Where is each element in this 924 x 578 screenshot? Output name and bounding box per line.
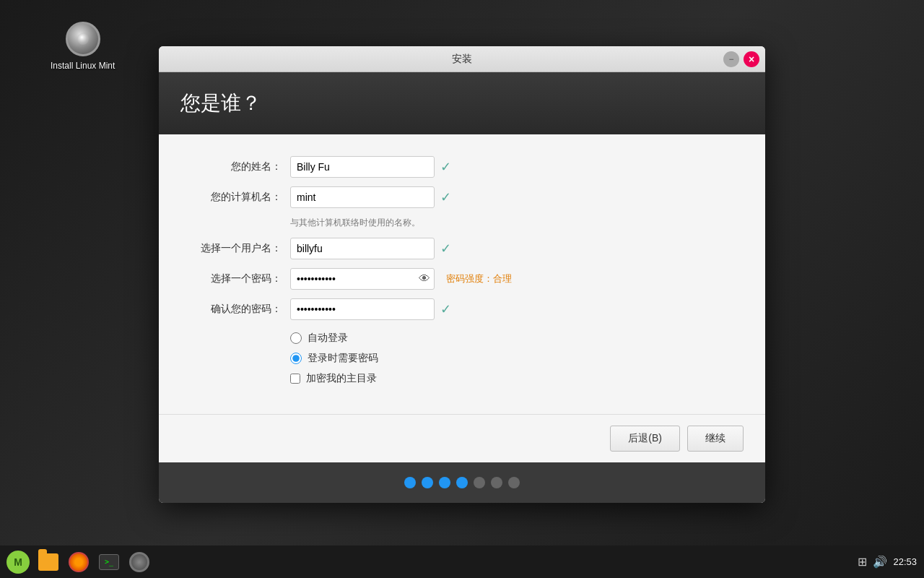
desktop: Install Linux Mint 安装 − × 您是谁？ 您的姓名：: [0, 0, 924, 578]
confirm-password-row: 确认您的密码： ✓: [188, 298, 736, 320]
username-input-wrapper: ✓: [290, 238, 451, 259]
volume-icon: 🔊: [873, 555, 887, 569]
titlebar-controls: − ×: [723, 51, 759, 67]
taskbar-files-button[interactable]: [34, 548, 63, 577]
require-password-row: 登录时需要密码: [290, 352, 736, 365]
taskbar-media-button[interactable]: [125, 548, 154, 577]
titlebar: 安装 − ×: [159, 46, 765, 72]
encrypt-label[interactable]: 加密我的主目录: [306, 372, 377, 385]
computer-input-wrapper: ✓: [290, 186, 451, 208]
terminal-icon: >_: [99, 554, 119, 570]
close-button[interactable]: ×: [744, 51, 759, 67]
confirm-check-icon: ✓: [440, 301, 451, 317]
clock: 22:53: [893, 556, 917, 567]
confirm-label: 确认您的密码：: [188, 303, 282, 316]
taskbar-terminal-button[interactable]: >_: [95, 548, 123, 577]
progress-dot-5: [474, 477, 485, 488]
password-input[interactable]: [290, 268, 435, 290]
modal-overlay: 安装 − × 您是谁？ 您的姓名： ✓: [0, 0, 924, 578]
taskbar-left: M >_: [0, 548, 154, 577]
computer-hint: 与其他计算机联络时使用的名称。: [290, 217, 736, 229]
name-check-icon: ✓: [440, 159, 451, 175]
password-input-wrapper: 👁 密码强度：合理: [290, 268, 512, 290]
require-password-radio[interactable]: [290, 353, 302, 364]
progress-dot-3: [439, 477, 450, 488]
firefox-icon: [69, 552, 89, 572]
progress-dot-1: [404, 477, 416, 488]
password-strength-label: 密码强度：合理: [446, 272, 512, 285]
username-row: 选择一个用户名： ✓: [188, 238, 736, 259]
computer-input[interactable]: [290, 186, 435, 208]
confirm-input[interactable]: [290, 298, 435, 320]
window-footer: 后退(B) 继续: [159, 414, 765, 462]
taskbar-mint-button[interactable]: M: [4, 548, 32, 577]
name-input-wrapper: ✓: [290, 156, 451, 178]
password-row: 选择一个密码： 👁 密码强度：合理: [188, 268, 736, 290]
minimize-button[interactable]: −: [723, 51, 739, 67]
taskbar-firefox-button[interactable]: [64, 548, 93, 577]
taskbar-right: ⊞ 🔊 22:53: [858, 555, 924, 569]
password-label: 选择一个密码：: [188, 272, 282, 285]
titlebar-title: 安装: [452, 53, 472, 66]
name-row: 您的姓名： ✓: [188, 156, 736, 178]
login-options: 自动登录 登录时需要密码 加密我的主目录: [290, 332, 736, 385]
network-icon: ⊞: [858, 555, 867, 569]
username-check-icon: ✓: [440, 241, 451, 256]
back-button[interactable]: 后退(B): [610, 426, 680, 452]
confirm-input-wrapper: ✓: [290, 298, 451, 320]
autologin-row: 自动登录: [290, 332, 736, 345]
encrypt-checkbox[interactable]: [290, 374, 300, 384]
folder-icon: [38, 553, 58, 571]
autologin-radio[interactable]: [290, 332, 302, 344]
computer-name-row: 您的计算机名： ✓: [188, 186, 736, 208]
continue-button[interactable]: 继续: [687, 426, 744, 452]
media-icon: [129, 552, 149, 572]
computer-check-icon: ✓: [440, 189, 451, 205]
username-input[interactable]: [290, 238, 435, 259]
progress-bar: [159, 462, 765, 503]
show-password-button[interactable]: 👁: [419, 272, 430, 285]
password-field-wrapper: 👁: [290, 268, 435, 290]
username-label: 选择一个用户名：: [188, 242, 282, 255]
progress-dot-4: [456, 477, 468, 488]
name-label: 您的姓名：: [188, 160, 282, 173]
page-title: 您是谁？: [180, 90, 744, 117]
taskbar: M >_ ⊞ 🔊 22:53: [0, 545, 924, 578]
autologin-label[interactable]: 自动登录: [308, 332, 348, 345]
computer-label: 您的计算机名：: [188, 191, 282, 204]
window-header: 您是谁？: [159, 72, 765, 134]
install-window: 安装 − × 您是谁？ 您的姓名： ✓: [159, 46, 765, 503]
progress-dot-7: [508, 477, 520, 488]
require-password-label[interactable]: 登录时需要密码: [308, 352, 378, 365]
progress-dot-2: [422, 477, 433, 488]
name-input[interactable]: [290, 156, 435, 178]
window-content: 您的姓名： ✓ 您的计算机名： ✓ 与其他计算机联络时使用的名称。: [159, 134, 765, 414]
progress-dot-6: [491, 477, 502, 488]
encrypt-row: 加密我的主目录: [290, 372, 736, 385]
mint-logo-icon: M: [6, 551, 30, 574]
